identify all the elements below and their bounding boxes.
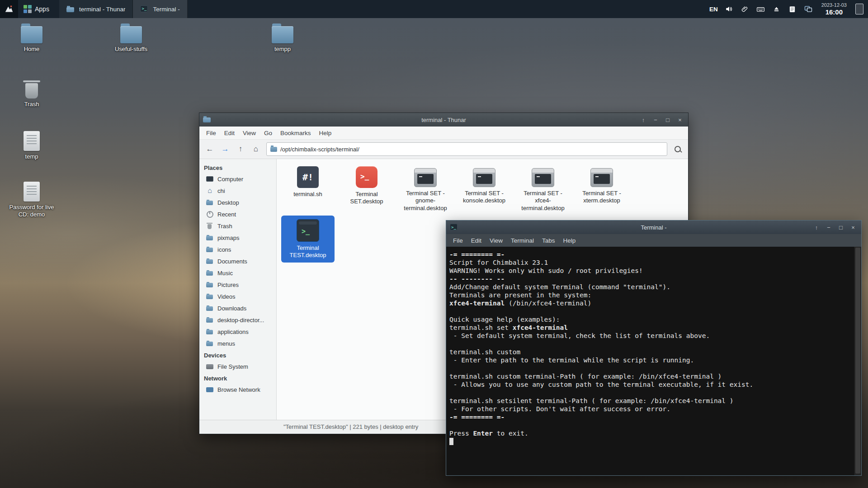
taskbar-item-terminal[interactable]: Terminal - [133,0,187,18]
clock-date: 2023-12-03 [821,2,847,8]
desktop-icon-home[interactable]: Home [5,26,59,53]
network-icon [206,386,214,393]
sidebar-section-places: Places [199,162,276,173]
sidebar-item-chi[interactable]: chi [199,185,276,197]
sidebar-item-videos[interactable]: Videos [199,291,276,302]
clipboard-icon[interactable] [741,5,750,14]
desktop-icon-label: Password for live CD: demo [5,204,58,219]
clock[interactable]: 2023-12-03 16:00 [820,2,849,16]
desktop-icon-temp[interactable]: temp [5,131,59,160]
sidebar-item-label: chi [217,188,225,194]
notes-icon[interactable] [788,5,797,14]
terminal-menu-tabs[interactable]: Tabs [538,237,559,244]
up-button[interactable]: ↑ [234,142,247,156]
keyboard-layout-indicator[interactable]: EN [709,6,718,13]
thunar-menu-go[interactable]: Go [260,130,276,136]
terminal-output[interactable]: -= ======== =-Script for Chimbalix 23.1W… [446,247,861,475]
home-button[interactable]: ⌂ [249,142,263,156]
show-desktop-button[interactable] [855,4,863,14]
desktop-root: Apps terminal - ThunarTerminal - EN [0,0,868,488]
thunar-menu-view[interactable]: View [239,130,260,136]
volume-icon[interactable] [725,5,734,14]
shade-button[interactable]: ↑ [638,115,649,125]
terminal-line [449,421,851,429]
thunar-folder-icon [66,5,75,13]
search-icon [675,146,681,152]
terminal-line: -= ======== =- [449,250,851,258]
file-item-terminal-set-konsole-desktop[interactable]: Terminal SET - konsole.desktop [458,163,511,208]
terminal-scrollbar[interactable] [854,247,861,475]
sidebar-item-label: Videos [217,293,236,300]
terminal-cursor-line [449,437,851,446]
sidebar-item-pictures[interactable]: Pictures [199,279,276,291]
shade-button[interactable]: ↑ [811,222,822,232]
file-item-terminal-set-desktop[interactable]: Terminal SET.desktop [340,163,393,209]
back-button[interactable]: ← [203,142,217,156]
sidebar-item-desktop[interactable]: Desktop [199,197,276,208]
folder-icon [206,328,214,335]
sidebar-item-pixmaps[interactable]: pixmaps [199,232,276,244]
terminal-menu-terminal[interactable]: Terminal [507,237,538,244]
desktop-icon-password-for-live-cd-demo[interactable]: Password for live CD: demo [5,182,59,219]
thunar-menu-file[interactable]: File [202,130,220,136]
terminal-menu-file[interactable]: File [449,237,467,244]
forward-button[interactable]: → [218,142,232,156]
sidebar-item-applications[interactable]: applications [199,326,276,338]
terminal-window-icon [450,224,458,231]
keyboard-icon[interactable] [756,5,765,14]
sidebar-item-browse-network[interactable]: Browse Network [199,384,276,395]
maximize-button[interactable]: □ [835,222,846,232]
sidebar-item-downloads[interactable]: Downloads [199,302,276,314]
apps-button[interactable]: Apps [18,0,55,18]
terminal-menu-help[interactable]: Help [559,237,580,244]
sidebar-item-icons[interactable]: icons [199,244,276,255]
file-item-label: Terminal SET - gnome-terminal.desktop [401,190,449,212]
search-button[interactable] [671,142,684,156]
terminal-line: terminal.sh custom terminal-Path ( for e… [449,372,851,380]
folder-icon [206,340,214,347]
path-bar[interactable]: /opt/chimbalix-scripts/terminal/ [266,142,667,156]
sidebar-item-label: Music [217,270,233,277]
desktop-icon-trash[interactable]: Trash [5,80,59,108]
file-item-terminal-sh[interactable]: terminal.sh [281,163,335,202]
sidebar-item-music[interactable]: Music [199,267,276,279]
close-button[interactable]: × [675,115,685,125]
close-button[interactable]: × [848,222,859,232]
workspaces-icon[interactable] [804,5,813,14]
file-item-terminal-set-xfce4-terminal-desktop[interactable]: Terminal SET - xfce4-terminal.desktop [516,163,570,216]
maximize-button[interactable]: □ [662,115,673,125]
sidebar-item-recent[interactable]: Recent [199,208,276,220]
folder-icon [206,199,214,206]
desktop-icon-useful-stuffs[interactable]: Useful-stuffs [104,26,158,53]
sidebar-item-desktop-director[interactable]: desktop-director... [199,314,276,326]
sidebar-item-computer[interactable]: Computer [199,173,276,185]
sidebar-item-file-system[interactable]: File System [199,361,276,372]
eject-icon[interactable] [772,5,781,14]
sidebar-item-menus[interactable]: menus [199,338,276,349]
folder-icon [206,246,214,253]
file-item-terminal-set-xterm-desktop[interactable]: Terminal SET - xterm.desktop [575,163,628,208]
minimize-button[interactable]: − [823,222,834,232]
path-folder-icon [270,147,277,152]
sidebar-item-label: applications [217,328,249,335]
taskbar-item-terminal-thunar[interactable]: terminal - Thunar [59,0,133,18]
thunar-titlebar[interactable]: terminal - Thunar ↑ − □ × [199,113,688,127]
folder-downloads-icon [206,305,214,312]
terminal-menu-edit[interactable]: Edit [467,237,486,244]
minimize-button[interactable]: − [650,115,661,125]
file-item-terminal-test-desktop[interactable]: Terminal TEST.desktop [281,216,335,263]
terminal-scrollbar-thumb[interactable] [855,248,860,474]
distro-menu-button[interactable] [0,0,18,18]
terminal-line: Add/Change default system Terminal (comm… [449,283,851,291]
thunar-menu-help[interactable]: Help [315,130,336,136]
thunar-menu-edit[interactable]: Edit [220,130,239,136]
sidebar-item-trash[interactable]: Trash [199,220,276,232]
file-item-terminal-set-gnome-terminal-desktop[interactable]: Terminal SET - gnome-terminal.desktop [399,163,452,216]
sidebar-item-documents[interactable]: Documents [199,255,276,267]
folder-videos-icon [206,293,214,300]
thunar-menu-bookmarks[interactable]: Bookmarks [276,130,315,136]
sidebar-item-label: Documents [217,258,247,265]
desktop-icon-tempp[interactable]: tempp [255,26,310,53]
terminal-menu-view[interactable]: View [486,237,507,244]
terminal-titlebar[interactable]: Terminal - ↑ − □ × [446,221,861,234]
